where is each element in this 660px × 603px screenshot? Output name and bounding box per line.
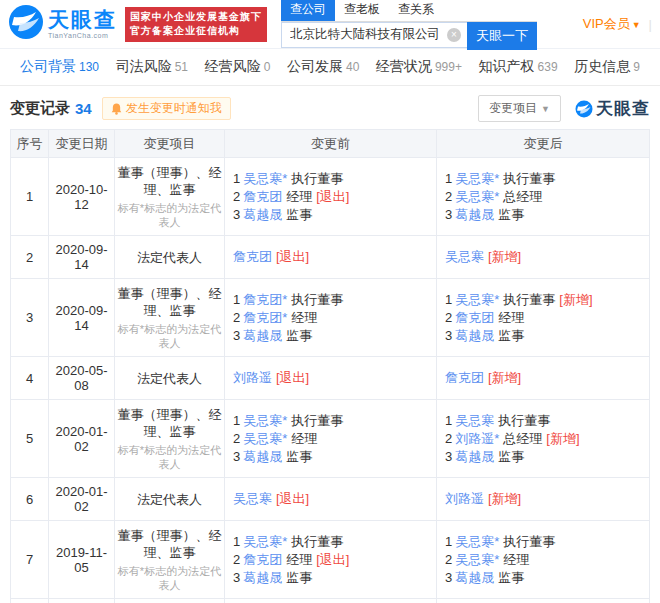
person-link[interactable]: 詹克团: [445, 370, 484, 385]
row-index-cell: 3: [11, 279, 49, 357]
vip-member-link[interactable]: VIP会员▼: [583, 15, 641, 33]
legal-rep-note: 标有*标志的为法定代表人: [117, 201, 222, 229]
line-number: 2: [445, 431, 452, 446]
person-link[interactable]: 吴忌寒: [233, 491, 272, 506]
person-link[interactable]: 葛越晟: [455, 328, 494, 343]
change-item-title: 董事（理事）、经理、监事: [117, 406, 222, 440]
person-link[interactable]: 葛越晟: [243, 328, 282, 343]
person-link[interactable]: 吴忌寒*: [455, 171, 499, 186]
line-number: 3: [233, 570, 240, 585]
person-link[interactable]: 吴忌寒*: [243, 413, 287, 428]
nav-tab-label: 公司发展: [287, 58, 343, 74]
person-link[interactable]: 葛越晟: [455, 570, 494, 585]
person-link[interactable]: 葛越晟: [243, 449, 282, 464]
person-link[interactable]: 吴忌寒*: [455, 292, 499, 307]
before-change-cell: 刘路遥[退出]: [225, 357, 437, 400]
top-header: 天眼查 TianYanCha.com 国家中小企业发展基金旗下 官方备案企业征信…: [0, 0, 660, 48]
notify-on-change-button[interactable]: 发生变更时通知我: [102, 97, 231, 120]
legal-rep-note: 标有*标志的为法定代表人: [117, 443, 222, 471]
person-line: 2詹克团*经理: [233, 309, 428, 327]
person-link[interactable]: 葛越晟: [455, 449, 494, 464]
tianyancha-watermark: 天眼查: [575, 97, 650, 120]
search-tab-1[interactable]: 查老板: [335, 0, 389, 21]
person-line: 1吴忌寒*执行董事[新增]: [445, 291, 641, 309]
person-link[interactable]: 吴忌寒*: [455, 552, 499, 567]
person-link[interactable]: 詹克团: [243, 552, 282, 567]
person-line: 吴忌寒[新增]: [445, 248, 641, 266]
column-header: 序号: [11, 130, 49, 158]
change-date-cell: 2020-09-14: [49, 236, 115, 279]
nav-tab-0[interactable]: 公司背景130: [20, 58, 99, 76]
person-link[interactable]: 詹克团: [455, 310, 494, 325]
nav-tab-count: 0: [264, 60, 271, 74]
person-role: 执行董事: [498, 413, 550, 428]
person-link[interactable]: 葛越晟: [243, 570, 282, 585]
tianyancha-logo[interactable]: 天眼查 TianYanCha.com: [8, 4, 117, 44]
after-change-cell: 刘路遥[新增]: [437, 478, 650, 521]
line-number: 1: [445, 292, 452, 307]
table-row: 22020-09-14法定代表人詹克团[退出]吴忌寒[新增]: [11, 236, 650, 279]
person-link[interactable]: 吴忌寒: [445, 249, 484, 264]
person-link[interactable]: 詹克团*: [243, 310, 287, 325]
logo-domain: TianYanCha.com: [48, 32, 117, 39]
person-line: 3葛越晟监事: [445, 448, 641, 466]
line-number: 2: [233, 431, 240, 446]
nav-tab-5[interactable]: 知识产权639: [479, 58, 558, 76]
person-link[interactable]: 詹克团: [243, 189, 282, 204]
person-role: 经理: [498, 310, 524, 325]
nav-tab-4[interactable]: 经营状况999+: [376, 58, 462, 76]
nav-tab-3[interactable]: 公司发展40: [287, 58, 359, 76]
person-link[interactable]: 吴忌寒*: [243, 171, 287, 186]
row-index-cell: 6: [11, 478, 49, 521]
person-role: 执行董事: [291, 292, 343, 307]
person-role: 经理: [503, 552, 529, 567]
search-input[interactable]: [281, 22, 467, 48]
person-line: 詹克团[退出]: [233, 248, 428, 266]
before-change-cell: 詹克团[退出]: [225, 236, 437, 279]
person-link[interactable]: 詹克团: [233, 249, 272, 264]
person-line: 3葛越晟监事: [445, 569, 641, 587]
line-number: 1: [445, 413, 452, 428]
person-link[interactable]: 吴忌寒: [455, 413, 494, 428]
person-link[interactable]: 葛越晟: [455, 207, 494, 222]
person-link[interactable]: 刘路遥: [445, 491, 484, 506]
line-number: 2: [233, 552, 240, 567]
clear-search-icon[interactable]: ×: [447, 28, 461, 42]
person-role: 监事: [286, 570, 312, 585]
person-link[interactable]: 吴忌寒*: [243, 534, 287, 549]
legal-rep-note: 标有*标志的为法定代表人: [117, 322, 222, 350]
section-title: 变更记录: [10, 99, 70, 118]
person-line: 3葛越晟监事: [233, 327, 428, 345]
search-tab-0[interactable]: 查公司: [281, 0, 335, 21]
change-item-cell: 董事（理事）、经理、监事标有*标志的为法定代表人: [115, 400, 225, 478]
person-link[interactable]: 刘路遥*: [455, 431, 499, 446]
search-tab-2[interactable]: 查关系: [389, 0, 443, 21]
change-item-filter-dropdown[interactable]: 变更项目▼: [478, 95, 561, 122]
before-change-cell: 1吴忌寒*执行董事2吴忌寒*经理3葛越晟监事: [225, 400, 437, 478]
person-role: 执行董事: [291, 534, 343, 549]
person-link[interactable]: 吴忌寒*: [455, 534, 499, 549]
search-button[interactable]: 天眼一下: [467, 22, 537, 50]
person-role: 监事: [286, 207, 312, 222]
person-role: 执行董事: [291, 413, 343, 428]
person-link[interactable]: 葛越晟: [243, 207, 282, 222]
line-number: 2: [233, 189, 240, 204]
chevron-down-icon: ▼: [632, 20, 641, 30]
person-link[interactable]: 吴忌寒*: [243, 431, 287, 446]
after-change-cell: 詹克团[新增]: [437, 357, 650, 400]
search-area: 查公司查老板查关系 × 天眼一下: [281, 0, 537, 50]
change-item-cell: 法定代表人: [115, 599, 225, 603]
change-tag: [新增]: [559, 292, 592, 307]
person-link[interactable]: 刘路遥: [233, 370, 272, 385]
nav-tab-2[interactable]: 经营风险0: [205, 58, 271, 76]
nav-tab-1[interactable]: 司法风险51: [116, 58, 188, 76]
after-change-cell: 1吴忌寒*执行董事2吴忌寒*总经理3葛越晟监事: [437, 158, 650, 236]
person-link[interactable]: 詹克团*: [243, 292, 287, 307]
person-role: 监事: [286, 328, 312, 343]
table-row: 42020-05-08法定代表人刘路遥[退出]詹克团[新增]: [11, 357, 650, 400]
filter-label: 变更项目: [489, 101, 537, 115]
nav-tab-6[interactable]: 历史信息9: [574, 58, 640, 76]
person-role: 执行董事: [503, 171, 555, 186]
person-link[interactable]: 吴忌寒*: [455, 189, 499, 204]
change-records-table: 序号变更日期变更项目变更前变更后 12020-10-12董事（理事）、经理、监事…: [10, 129, 650, 603]
